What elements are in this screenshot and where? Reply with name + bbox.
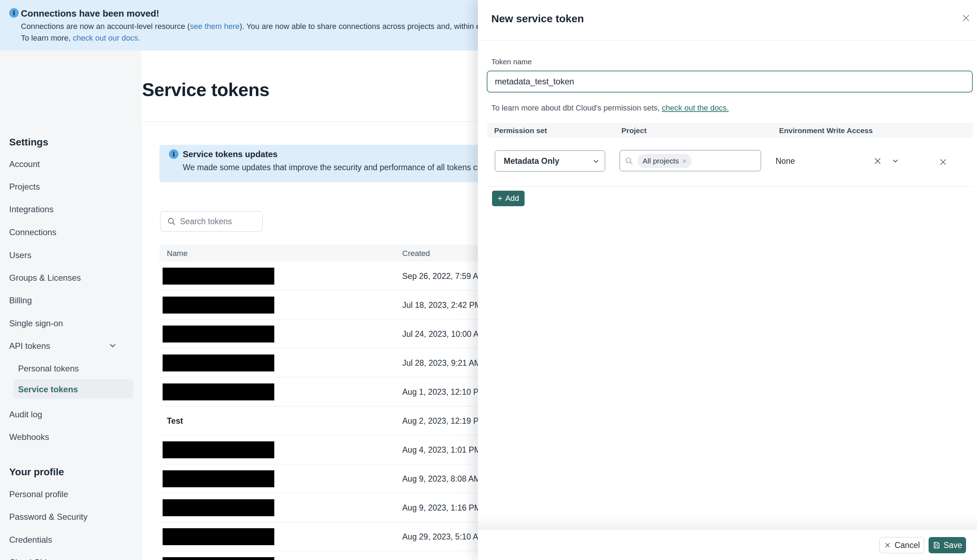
close-icon[interactable] — [961, 13, 971, 23]
sidebar-heading-settings: Settings — [9, 137, 48, 148]
banner-line-2: Connections are now an account-level res… — [21, 22, 502, 31]
banner-line2-pre: Connections are now an account-level res… — [21, 22, 190, 31]
info-icon: i — [9, 8, 19, 18]
sidebar-item-billing[interactable]: Billing — [9, 295, 32, 305]
remove-row-icon[interactable] — [939, 157, 948, 167]
sidebar-item-personal-profile[interactable]: Personal profile — [9, 489, 68, 499]
search-tokens-box — [160, 211, 263, 232]
sidebar-item-integrations[interactable]: Integrations — [9, 205, 54, 214]
column-header-environment-write-access: Environment Write Access — [779, 127, 873, 135]
close-icon — [884, 542, 891, 549]
all-projects-chip[interactable]: All projects ✕ — [637, 154, 692, 168]
sidebar-item-cloud-cli[interactable]: Cloud CLI — [9, 558, 47, 560]
add-permission-button[interactable]: + Add — [492, 191, 525, 206]
sidebar-item-api-tokens[interactable]: API tokens — [9, 341, 50, 351]
sidebar-item-users[interactable]: Users — [9, 250, 32, 260]
save-icon — [932, 541, 940, 549]
help-pre: To learn more about dbt Cloud's permissi… — [491, 103, 662, 112]
permission-help-text: To learn more about dbt Cloud's permissi… — [491, 103, 729, 113]
token-name-input[interactable] — [495, 71, 965, 92]
redacted-name-bar — [162, 355, 274, 372]
sidebar-item-webhooks[interactable]: Webhooks — [9, 432, 49, 442]
banner-line-3: To learn more, check out our docs. — [21, 33, 141, 43]
banner-line3-pre: To learn more, — [21, 33, 73, 42]
chip-label: All projects — [642, 157, 679, 165]
search-input[interactable] — [180, 212, 259, 231]
save-button[interactable]: Save — [928, 537, 966, 553]
redacted-name-bar — [162, 383, 274, 400]
search-icon — [625, 157, 633, 165]
settings-sidebar: Settings Account Projects Integrations C… — [0, 50, 141, 560]
info-icon: i — [169, 149, 179, 159]
banner-title: Connections have been moved! — [21, 8, 159, 19]
sidebar-item-personal-tokens[interactable]: Personal tokens — [18, 364, 79, 373]
redacted-name-bar — [162, 268, 274, 285]
sidebar-item-projects[interactable]: Projects — [9, 182, 40, 192]
token-name-label: Token name — [491, 58, 532, 66]
token-name-cell: Test — [167, 416, 183, 426]
footer-scroll-shadow — [478, 515, 977, 529]
check-out-docs-link[interactable]: check out our docs. — [73, 33, 141, 42]
sidebar-item-service-tokens[interactable]: Service tokens — [18, 385, 78, 394]
sidebar-item-connections[interactable]: Connections — [9, 227, 56, 237]
permission-set-value: Metadata Only — [504, 157, 559, 166]
search-icon — [167, 217, 176, 226]
redacted-name-bar — [162, 442, 274, 458]
column-header-created: Created — [402, 249, 430, 258]
new-service-token-panel: New service token Token name To learn mo… — [478, 0, 977, 560]
save-button-label: Save — [944, 541, 962, 550]
redacted-name-bar — [162, 557, 274, 560]
project-multiselect[interactable]: All projects ✕ — [620, 150, 761, 171]
panel-header-divider — [478, 40, 977, 41]
plus-icon: + — [497, 194, 502, 203]
panel-title: New service token — [491, 13, 584, 25]
sidebar-item-account[interactable]: Account — [9, 159, 40, 169]
permission-set-select[interactable]: Metadata Only — [495, 150, 605, 172]
redacted-name-bar — [162, 470, 274, 487]
token-name-field-border — [487, 71, 973, 93]
page-title: Service tokens — [142, 79, 269, 100]
chevron-down-icon — [592, 157, 600, 165]
chevron-down-icon[interactable] — [892, 157, 899, 165]
cancel-button-label: Cancel — [895, 541, 920, 550]
chip-remove-icon[interactable]: ✕ — [682, 158, 687, 165]
cancel-button[interactable]: Cancel — [880, 537, 924, 553]
redacted-name-bar — [162, 499, 274, 516]
see-them-here-link[interactable]: see them here — [190, 22, 240, 31]
sidebar-item-credentials[interactable]: Credentials — [9, 535, 52, 545]
redacted-name-bar — [162, 297, 274, 313]
sidebar-item-groups-licenses[interactable]: Groups & Licenses — [9, 273, 81, 283]
alert-body: We made some updates that improve the se… — [183, 163, 500, 172]
column-header-name: Name — [167, 249, 188, 258]
sidebar-heading-your-profile: Your profile — [9, 467, 64, 478]
redacted-name-bar — [162, 325, 274, 342]
sidebar-item-audit-log[interactable]: Audit log — [9, 410, 42, 420]
check-out-the-docs-link[interactable]: check out the docs. — [662, 103, 729, 112]
form-row-divider — [487, 187, 972, 187]
chevron-down-icon[interactable] — [108, 341, 117, 350]
clear-selection-icon[interactable] — [873, 157, 882, 166]
alert-title: Service tokens updates — [183, 149, 278, 159]
sidebar-item-password-security[interactable]: Password & Security — [9, 512, 87, 522]
banner-line2-post: ). You are now able to share connections… — [240, 22, 502, 31]
sidebar-item-single-sign-on[interactable]: Single sign-on — [9, 318, 63, 328]
permissions-grid-header: Permission set Project Environment Write… — [487, 123, 973, 138]
redacted-name-bar — [162, 528, 274, 545]
column-header-permission-set: Permission set — [494, 127, 547, 135]
environment-write-access-value: None — [776, 157, 795, 166]
panel-footer: Cancel Save — [478, 529, 977, 560]
column-header-project: Project — [621, 127, 646, 135]
add-button-label: Add — [505, 194, 519, 203]
